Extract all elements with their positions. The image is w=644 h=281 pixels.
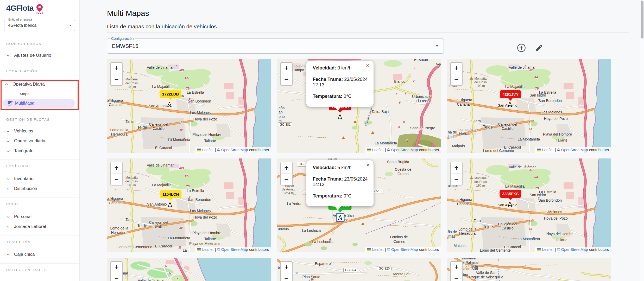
entity-company-select[interactable]: Entidad empresa 4GFlota Iberica	[4, 20, 75, 31]
openstreetmap-link[interactable]: OpenStreetMap	[561, 247, 588, 252]
openstreetmap-link[interactable]: OpenStreetMap	[221, 148, 248, 152]
page-title: Multi Mapas	[107, 9, 149, 18]
openstreetmap-link[interactable]: OpenStreetMap	[561, 148, 588, 152]
place-label: ña delmas	[448, 230, 457, 239]
zoom-in-button[interactable]: +	[281, 63, 292, 74]
openstreetmap-link[interactable]: OpenStreetMap	[221, 247, 248, 252]
scrollbar-thumb[interactable]	[641, 1, 643, 39]
vehicle-arrow-marker[interactable]	[168, 202, 172, 208]
sidebar-item-jornada-laboral[interactable]: Jornada Laboral	[6, 224, 76, 229]
vehicle-arrow-marker[interactable]	[508, 201, 512, 207]
place-label: ña delmas	[448, 130, 457, 139]
zoom-in-button[interactable]: +	[281, 162, 292, 174]
zoom-out-button[interactable]: −	[281, 273, 292, 281]
place-label: La Majadilla	[505, 184, 525, 189]
chevron-down-icon	[6, 188, 10, 190]
vehicle-arrow-marker[interactable]	[167, 102, 172, 107]
map-tile-2: Ciudad dCampoEl BatánVegBlancoUrbanizaci…	[277, 59, 441, 153]
sidebar-item-caja-chica[interactable]: Caja chica	[6, 252, 76, 257]
leaflet-flag-icon	[537, 149, 541, 151]
leaflet-link[interactable]: Leaflet	[542, 247, 554, 252]
place-label: 6	[525, 65, 526, 68]
place-label: Los Melones	[190, 209, 211, 213]
place-label: -6B	[179, 167, 184, 170]
configuration-label: Configuración	[110, 36, 135, 41]
place-label: La Estrella	[187, 189, 204, 193]
zoom-in-button[interactable]: +	[451, 63, 462, 74]
vehicle-arrow-marker[interactable]	[508, 101, 512, 107]
configuration-select[interactable]: Configuración EMWSF15	[107, 39, 444, 54]
sidebar-item-label: Vehículos	[14, 129, 33, 134]
place-label: 2	[414, 66, 415, 70]
place-label: San Isidro	[530, 193, 546, 197]
sidebar-item-inventario[interactable]: Inventario	[6, 176, 76, 181]
leaflet-link[interactable]: Leaflet	[372, 148, 384, 152]
zoom-in-button[interactable]: +	[281, 262, 292, 273]
zoom-out-button[interactable]: −	[111, 273, 122, 281]
zoom-in-button[interactable]: +	[451, 262, 462, 273]
leaflet-flag-icon	[367, 149, 371, 151]
leaflet-flag-icon	[197, 248, 201, 251]
leaflet-link[interactable]: Leaflet	[202, 148, 214, 152]
popup-close-button[interactable]: ×	[366, 162, 369, 168]
sidebar-item-distribucion[interactable]: Distribución	[6, 186, 76, 191]
zoom-out-button[interactable]: −	[451, 174, 462, 185]
sidebar-item-label: Ajustes de Usuario	[14, 53, 51, 58]
vehicle-info-popup: Velocidad: 0 km/hFecha Trama: 23/05/2024…	[306, 61, 374, 107]
sidebar-item-operativa-diaria[interactable]: Operativa diaria	[6, 138, 76, 144]
place-label: Lomo del Cemente	[480, 248, 510, 252]
place-label: Callejón delCastillo	[498, 222, 517, 231]
zoom-in-button[interactable]: +	[111, 262, 122, 273]
place-label: Telde	[137, 125, 147, 130]
place-label: 5	[165, 264, 167, 268]
zoom-out-button[interactable]: −	[451, 273, 462, 281]
vehicle-plate-label[interactable]: 1722LDB	[160, 90, 181, 98]
place-label: añaanoriom	[279, 106, 285, 123]
zoom-out-button[interactable]: −	[111, 174, 122, 185]
place-label: Callejón delCastillo	[149, 220, 168, 229]
zoom-in-button[interactable]: +	[111, 63, 122, 74]
place-label: 5	[403, 121, 405, 124]
sidebar-item-ajustes-de-usuario[interactable]: Ajustes de Usuario	[6, 53, 76, 58]
zoom-out-button[interactable]: −	[281, 74, 292, 85]
zoom-in-button[interactable]: +	[111, 162, 122, 174]
place-label: La Montañeta	[518, 137, 540, 142]
edit-configuration-button[interactable]	[535, 44, 543, 53]
leaflet-link[interactable]: Leaflet	[202, 247, 214, 252]
leaflet-link[interactable]: Leaflet	[542, 148, 554, 152]
place-label: Hoya del Pozo	[193, 117, 217, 122]
place-label: San Borondón	[539, 99, 562, 103]
sidebar-item-vehiculos[interactable]: Vehículos	[6, 129, 76, 134]
zoom-out-button[interactable]: −	[451, 74, 462, 85]
place-label: Lomo de laHerradura	[110, 128, 128, 137]
place-label: 3	[406, 139, 408, 143]
divider	[0, 114, 79, 114]
vehicle-plate-label[interactable]: 1154LCH	[160, 190, 181, 198]
zoom-out-button[interactable]: −	[281, 174, 292, 185]
leaflet-link[interactable]: Leaflet	[372, 247, 384, 252]
place-label: Hoya del Pozo	[544, 216, 568, 221]
sidebar-item-personal[interactable]: Personal	[6, 214, 76, 219]
vehicle-arrow-marker[interactable]	[336, 213, 344, 222]
vehicle-plate-label[interactable]: 4291JVY	[500, 90, 521, 98]
section-title-datos-generales: DATOS GENERALES	[6, 268, 76, 272]
vehicle-arrow-marker[interactable]	[338, 114, 342, 120]
openstreetmap-link[interactable]: OpenStreetMap	[391, 247, 418, 252]
chevron-down-icon	[6, 150, 10, 152]
sidebar-item-tacografo[interactable]: Tacógrafo	[6, 148, 76, 154]
entity-company-label: Entidad empresa	[7, 18, 33, 21]
zoom-in-button[interactable]: +	[451, 162, 462, 174]
add-configuration-button[interactable]	[516, 43, 526, 54]
place-label: Espartero	[315, 261, 331, 266]
openstreetmap-link[interactable]: OpenStreetMap	[391, 148, 418, 152]
zoom-out-button[interactable]: −	[111, 74, 122, 85]
divider	[0, 263, 79, 264]
vehicle-plate-label[interactable]: 3335FXC	[500, 190, 521, 198]
place-label: 8	[181, 219, 182, 222]
place-label: La HigueraCanaria	[454, 197, 472, 206]
place-label: 7	[538, 197, 539, 200]
popup-close-button[interactable]: ×	[366, 63, 369, 68]
chevron-down-icon	[6, 54, 10, 57]
place-label: 6A	[534, 175, 538, 179]
leaflet-flag-icon	[537, 248, 541, 251]
